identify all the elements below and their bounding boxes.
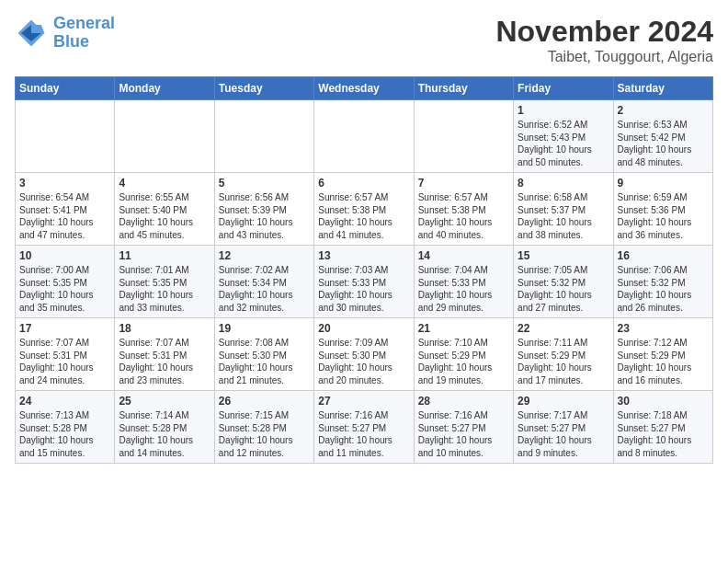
month-title: November 2024	[495, 15, 713, 49]
day-info: Sunrise: 7:17 AM Sunset: 5:27 PM Dayligh…	[518, 409, 609, 459]
weekday-header-cell: Thursday	[414, 77, 513, 100]
calendar-cell: 2Sunrise: 6:53 AM Sunset: 5:42 PM Daylig…	[613, 100, 712, 173]
svg-marker-2	[31, 25, 44, 33]
day-info: Sunrise: 6:59 AM Sunset: 5:36 PM Dayligh…	[618, 191, 709, 241]
calendar-cell: 25Sunrise: 7:14 AM Sunset: 5:28 PM Dayli…	[115, 391, 214, 464]
logo-icon	[15, 17, 48, 50]
weekday-header-cell: Friday	[514, 77, 613, 100]
calendar-cell: 20Sunrise: 7:09 AM Sunset: 5:30 PM Dayli…	[314, 318, 414, 391]
day-number: 6	[318, 177, 409, 190]
calendar-cell: 19Sunrise: 7:08 AM Sunset: 5:30 PM Dayli…	[214, 318, 313, 391]
calendar-cell	[16, 100, 115, 173]
calendar-week-row: 3Sunrise: 6:54 AM Sunset: 5:41 PM Daylig…	[16, 173, 713, 246]
calendar-cell: 6Sunrise: 6:57 AM Sunset: 5:38 PM Daylig…	[314, 173, 414, 246]
calendar-cell: 24Sunrise: 7:13 AM Sunset: 5:28 PM Dayli…	[16, 391, 115, 464]
calendar-body: 1Sunrise: 6:52 AM Sunset: 5:43 PM Daylig…	[16, 100, 713, 464]
logo: General Blue	[15, 15, 115, 52]
calendar-cell: 12Sunrise: 7:02 AM Sunset: 5:34 PM Dayli…	[214, 246, 313, 318]
day-number: 14	[418, 249, 509, 262]
calendar-cell: 14Sunrise: 7:04 AM Sunset: 5:33 PM Dayli…	[414, 246, 513, 318]
calendar-cell: 7Sunrise: 6:57 AM Sunset: 5:38 PM Daylig…	[414, 173, 513, 246]
day-number: 12	[219, 249, 310, 262]
calendar-week-row: 1Sunrise: 6:52 AM Sunset: 5:43 PM Daylig…	[16, 100, 713, 173]
calendar-cell: 22Sunrise: 7:11 AM Sunset: 5:29 PM Dayli…	[514, 318, 613, 391]
day-info: Sunrise: 7:03 AM Sunset: 5:33 PM Dayligh…	[318, 264, 409, 314]
day-info: Sunrise: 7:08 AM Sunset: 5:30 PM Dayligh…	[219, 337, 310, 386]
title-block: November 2024 Taibet, Touggourt, Algeria	[495, 15, 713, 65]
calendar-cell: 13Sunrise: 7:03 AM Sunset: 5:33 PM Dayli…	[314, 246, 414, 318]
day-info: Sunrise: 7:07 AM Sunset: 5:31 PM Dayligh…	[119, 337, 210, 386]
day-info: Sunrise: 7:09 AM Sunset: 5:30 PM Dayligh…	[318, 337, 409, 386]
calendar-cell: 1Sunrise: 6:52 AM Sunset: 5:43 PM Daylig…	[514, 100, 613, 173]
day-info: Sunrise: 7:18 AM Sunset: 5:27 PM Dayligh…	[618, 409, 709, 459]
calendar-cell: 23Sunrise: 7:12 AM Sunset: 5:29 PM Dayli…	[613, 318, 712, 391]
calendar-cell: 17Sunrise: 7:07 AM Sunset: 5:31 PM Dayli…	[16, 318, 115, 391]
day-number: 25	[119, 395, 210, 408]
weekday-header-cell: Monday	[115, 77, 214, 100]
day-info: Sunrise: 7:10 AM Sunset: 5:29 PM Dayligh…	[418, 337, 509, 386]
day-info: Sunrise: 7:04 AM Sunset: 5:33 PM Dayligh…	[418, 264, 509, 314]
calendar-cell: 21Sunrise: 7:10 AM Sunset: 5:29 PM Dayli…	[414, 318, 513, 391]
day-info: Sunrise: 6:52 AM Sunset: 5:43 PM Dayligh…	[518, 119, 609, 168]
calendar-cell	[115, 100, 214, 173]
day-number: 9	[618, 177, 709, 190]
calendar-cell	[214, 100, 313, 173]
day-info: Sunrise: 7:07 AM Sunset: 5:31 PM Dayligh…	[19, 337, 110, 386]
day-number: 17	[19, 322, 110, 335]
logo-line1: General	[53, 14, 115, 32]
day-number: 18	[119, 322, 210, 335]
calendar-table: SundayMondayTuesdayWednesdayThursdayFrid…	[15, 76, 713, 464]
day-number: 7	[418, 177, 509, 190]
calendar-cell: 9Sunrise: 6:59 AM Sunset: 5:36 PM Daylig…	[613, 173, 712, 246]
day-number: 10	[19, 249, 110, 262]
calendar-week-row: 24Sunrise: 7:13 AM Sunset: 5:28 PM Dayli…	[16, 391, 713, 464]
location-subtitle: Taibet, Touggourt, Algeria	[495, 49, 713, 65]
calendar-cell: 3Sunrise: 6:54 AM Sunset: 5:41 PM Daylig…	[16, 173, 115, 246]
day-info: Sunrise: 7:11 AM Sunset: 5:29 PM Dayligh…	[518, 337, 609, 386]
day-info: Sunrise: 6:57 AM Sunset: 5:38 PM Dayligh…	[418, 191, 509, 241]
day-info: Sunrise: 6:55 AM Sunset: 5:40 PM Dayligh…	[119, 191, 210, 241]
day-info: Sunrise: 6:53 AM Sunset: 5:42 PM Dayligh…	[618, 119, 709, 168]
weekday-header-row: SundayMondayTuesdayWednesdayThursdayFrid…	[16, 77, 713, 100]
day-number: 2	[618, 104, 709, 117]
day-number: 8	[518, 177, 609, 190]
calendar-cell: 11Sunrise: 7:01 AM Sunset: 5:35 PM Dayli…	[115, 246, 214, 318]
calendar-cell: 10Sunrise: 7:00 AM Sunset: 5:35 PM Dayli…	[16, 246, 115, 318]
calendar-week-row: 17Sunrise: 7:07 AM Sunset: 5:31 PM Dayli…	[16, 318, 713, 391]
logo-line2: Blue	[53, 32, 89, 51]
day-number: 4	[119, 177, 210, 190]
day-info: Sunrise: 7:01 AM Sunset: 5:35 PM Dayligh…	[119, 264, 210, 314]
day-info: Sunrise: 7:00 AM Sunset: 5:35 PM Dayligh…	[19, 264, 110, 314]
weekday-header-cell: Sunday	[16, 77, 115, 100]
day-number: 13	[318, 249, 409, 262]
day-number: 3	[19, 177, 110, 190]
day-number: 23	[618, 322, 709, 335]
page-header: General Blue November 2024 Taibet, Tougg…	[15, 15, 713, 65]
day-number: 11	[119, 249, 210, 262]
day-info: Sunrise: 7:12 AM Sunset: 5:29 PM Dayligh…	[618, 337, 709, 386]
calendar-cell	[414, 100, 513, 173]
logo-text: General Blue	[53, 15, 115, 52]
day-number: 19	[219, 322, 310, 335]
day-number: 15	[518, 249, 609, 262]
calendar-cell: 8Sunrise: 6:58 AM Sunset: 5:37 PM Daylig…	[514, 173, 613, 246]
calendar-cell: 15Sunrise: 7:05 AM Sunset: 5:32 PM Dayli…	[514, 246, 613, 318]
day-number: 24	[19, 395, 110, 408]
calendar-cell: 28Sunrise: 7:16 AM Sunset: 5:27 PM Dayli…	[414, 391, 513, 464]
calendar-cell: 26Sunrise: 7:15 AM Sunset: 5:28 PM Dayli…	[214, 391, 313, 464]
day-number: 5	[219, 177, 310, 190]
day-number: 16	[618, 249, 709, 262]
day-info: Sunrise: 7:16 AM Sunset: 5:27 PM Dayligh…	[318, 409, 409, 459]
day-number: 1	[518, 104, 609, 117]
calendar-cell: 27Sunrise: 7:16 AM Sunset: 5:27 PM Dayli…	[314, 391, 414, 464]
day-number: 21	[418, 322, 509, 335]
day-number: 30	[618, 395, 709, 408]
day-number: 28	[418, 395, 509, 408]
day-info: Sunrise: 7:06 AM Sunset: 5:32 PM Dayligh…	[618, 264, 709, 314]
calendar-cell: 5Sunrise: 6:56 AM Sunset: 5:39 PM Daylig…	[214, 173, 313, 246]
calendar-cell: 29Sunrise: 7:17 AM Sunset: 5:27 PM Dayli…	[514, 391, 613, 464]
day-info: Sunrise: 7:13 AM Sunset: 5:28 PM Dayligh…	[19, 409, 110, 459]
day-info: Sunrise: 7:05 AM Sunset: 5:32 PM Dayligh…	[518, 264, 609, 314]
calendar-cell	[314, 100, 414, 173]
calendar-cell: 30Sunrise: 7:18 AM Sunset: 5:27 PM Dayli…	[613, 391, 712, 464]
